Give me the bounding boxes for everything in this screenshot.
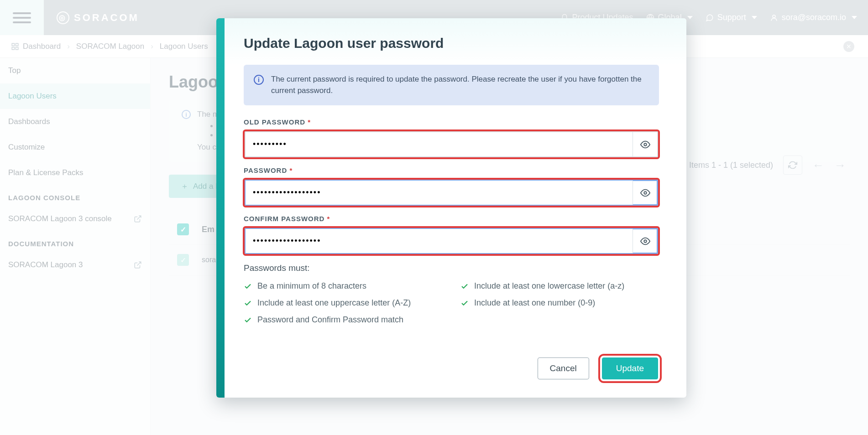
confirm-password-wrap: [245, 228, 658, 254]
svg-point-8: [644, 240, 647, 243]
info-icon: i: [254, 75, 264, 85]
modal-header: Update Lagoon user password: [216, 18, 686, 65]
old-password-wrap: [245, 131, 658, 157]
new-password-wrap: [245, 180, 658, 206]
modal-actions: Cancel Update: [216, 343, 686, 398]
modal-info-box: i The current password is required to up…: [244, 65, 659, 105]
confirm-password-input[interactable]: [246, 229, 633, 253]
password-rules: Be a minimum of 8 characters Include at …: [244, 281, 659, 325]
new-password-label: PASSWORD *: [244, 166, 659, 174]
rule-lower: Include at least one lowercase letter (a…: [460, 281, 659, 291]
eye-icon: [640, 188, 650, 198]
rule-number: Include at least one number (0-9): [460, 298, 659, 308]
svg-point-6: [644, 143, 647, 146]
modal-title: Update Lagoon user password: [244, 36, 659, 51]
old-password-label: OLD PASSWORD *: [244, 118, 659, 126]
update-button-highlight: Update: [601, 357, 659, 380]
toggle-new-password-visibility[interactable]: [633, 181, 657, 205]
old-password-input[interactable]: [246, 132, 633, 156]
check-icon: [244, 316, 252, 324]
modal-info-text: The current password is required to upda…: [271, 74, 649, 96]
eye-icon: [640, 140, 650, 150]
eye-icon: [640, 236, 650, 246]
modal-accent: [216, 18, 225, 398]
rules-title: Passwords must:: [244, 263, 659, 273]
new-password-input[interactable]: [246, 181, 633, 205]
check-icon: [244, 282, 252, 290]
toggle-confirm-password-visibility[interactable]: [633, 229, 657, 253]
confirm-password-label: CONFIRM PASSWORD *: [244, 215, 659, 223]
check-icon: [460, 299, 469, 307]
check-icon: [460, 282, 469, 290]
new-password-highlight: [244, 179, 659, 207]
cancel-button[interactable]: Cancel: [538, 357, 589, 379]
confirm-password-highlight: [244, 227, 659, 255]
toggle-old-password-visibility[interactable]: [633, 132, 657, 156]
old-password-highlight: [244, 130, 659, 158]
rule-upper: Include at least one uppercase letter (A…: [244, 298, 442, 308]
svg-point-7: [644, 192, 647, 194]
check-icon: [244, 299, 252, 307]
update-password-modal: Update Lagoon user password i The curren…: [216, 18, 686, 398]
update-button[interactable]: Update: [602, 357, 658, 379]
rule-min: Be a minimum of 8 characters: [244, 281, 442, 291]
rule-match: Password and Confirm Password match: [244, 315, 442, 325]
